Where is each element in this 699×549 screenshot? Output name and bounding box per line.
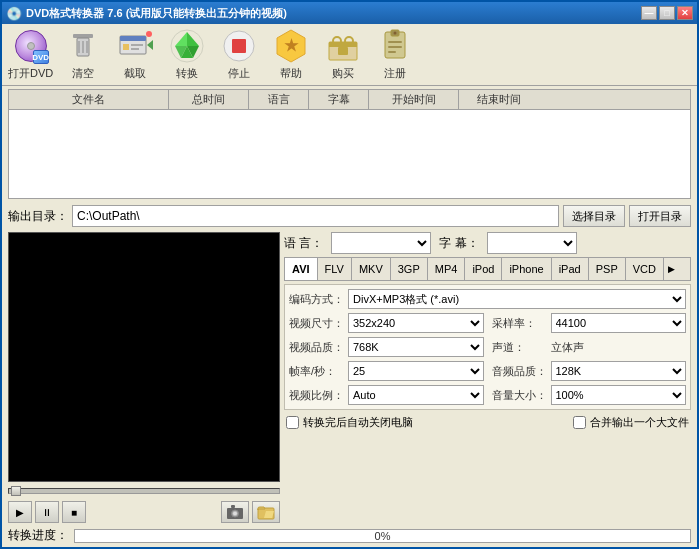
tab-flv[interactable]: FLV: [318, 258, 352, 280]
col-filename: 文件名: [9, 90, 169, 109]
main-window: 💿 DVD格式转换器 7.6 (试用版只能转换出五分钟的视频) — □ ✕ DV…: [0, 0, 699, 549]
svg-rect-31: [388, 46, 402, 48]
audio-quality-select[interactable]: 128K: [551, 361, 687, 381]
tab-psp[interactable]: PSP: [589, 258, 626, 280]
output-label: 输出目录：: [8, 208, 68, 225]
svg-rect-8: [123, 44, 129, 50]
stop-ctrl-button[interactable]: ■: [62, 501, 86, 523]
volume-label: 音量大小：: [492, 388, 547, 403]
fps-select[interactable]: 25: [348, 361, 484, 381]
svg-rect-30: [388, 41, 402, 43]
stop-button[interactable]: 停止: [217, 28, 261, 81]
quality-row: 视频品质： 768K: [289, 337, 484, 357]
svg-point-29: [394, 32, 397, 35]
aspect-label: 视频比例：: [289, 388, 344, 403]
codec-select[interactable]: DivX+MP3格式 (*.avi): [348, 289, 686, 309]
clip-label: 截取: [124, 66, 146, 81]
close-button[interactable]: ✕: [677, 6, 693, 20]
pause-icon: ⏸: [42, 507, 52, 518]
tab-avi[interactable]: AVI: [285, 258, 318, 280]
codec-row: 编码方式： DivX+MP3格式 (*.avi): [289, 289, 686, 309]
svg-rect-26: [338, 47, 348, 55]
video-preview: [8, 232, 280, 482]
convert-icon: [167, 28, 207, 64]
buy-label: 购买: [332, 66, 354, 81]
stop-ctrl-icon: ■: [71, 507, 77, 518]
help-icon: ★: [271, 28, 311, 64]
snapshot-button[interactable]: [221, 501, 249, 523]
subtitle-select[interactable]: [487, 232, 577, 254]
folder-icon: [257, 504, 275, 520]
resolution-label: 视频尺寸：: [289, 316, 344, 331]
svg-rect-19: [232, 39, 246, 53]
merge-label: 合并输出一个大文件: [590, 415, 689, 430]
lang-select[interactable]: [331, 232, 431, 254]
file-list-body[interactable]: [9, 110, 690, 198]
quality-select[interactable]: 768K: [348, 337, 484, 357]
output-path-input[interactable]: [72, 205, 559, 227]
tab-more-arrow[interactable]: ▶: [664, 258, 680, 280]
maximize-button[interactable]: □: [659, 6, 675, 20]
tab-ipad[interactable]: iPad: [552, 258, 589, 280]
register-label: 注册: [384, 66, 406, 81]
channel-row: 声道： 立体声: [492, 337, 687, 357]
select-dir-button[interactable]: 选择目录: [563, 205, 625, 227]
tab-mp4[interactable]: MP4: [428, 258, 466, 280]
auto-shutdown-checkbox[interactable]: [286, 416, 299, 429]
clear-icon: [63, 28, 103, 64]
play-icon: ▶: [16, 507, 24, 518]
resolution-select[interactable]: 352x240: [348, 313, 484, 333]
help-button[interactable]: ★ 帮助: [269, 28, 313, 81]
tab-iphone[interactable]: iPhone: [502, 258, 551, 280]
svg-rect-32: [388, 51, 396, 53]
video-panel: ▶ ⏸ ■: [8, 232, 280, 523]
progress-text: 0%: [75, 530, 690, 542]
camera-icon: [226, 504, 244, 520]
stop-label: 停止: [228, 66, 250, 81]
volume-select[interactable]: 100%: [551, 385, 687, 405]
buy-button[interactable]: 购买: [321, 28, 365, 81]
clip-button[interactable]: 截取: [113, 28, 157, 81]
dvd-icon: DVD: [11, 28, 51, 64]
clear-label: 清空: [72, 66, 94, 81]
toolbar: DVD 打开DVD 清空: [2, 24, 697, 86]
col-starttime: 开始时间: [369, 90, 459, 109]
buy-icon: [323, 28, 363, 64]
minimize-button[interactable]: —: [641, 6, 657, 20]
merge-checkbox[interactable]: [573, 416, 586, 429]
clip-icon: [115, 28, 155, 64]
clear-button[interactable]: 清空: [61, 28, 105, 81]
output-row: 输出目录： 选择目录 打开目录: [8, 205, 691, 227]
play-button[interactable]: ▶: [8, 501, 32, 523]
open-dvd-button[interactable]: DVD 打开DVD: [8, 28, 53, 81]
help-label: 帮助: [280, 66, 302, 81]
svg-text:★: ★: [284, 37, 299, 54]
audio-quality-label: 音频品质：: [492, 364, 547, 379]
seek-thumb: [11, 486, 21, 496]
tab-vcd[interactable]: VCD: [626, 258, 664, 280]
lang-label: 语 言：: [284, 235, 323, 252]
tab-mkv[interactable]: MKV: [352, 258, 391, 280]
fps-row: 帧率/秒： 25: [289, 361, 484, 381]
samplerate-select[interactable]: 44100: [551, 313, 687, 333]
register-icon: [375, 28, 415, 64]
col-duration: 总时间: [169, 90, 249, 109]
pause-button[interactable]: ⏸: [35, 501, 59, 523]
progress-label: 转换进度：: [8, 527, 68, 544]
tab-ipod[interactable]: iPod: [465, 258, 502, 280]
stop-icon: [219, 28, 259, 64]
channel-label: 声道：: [492, 340, 547, 355]
auto-shutdown-label: 转换完后自动关闭电脑: [303, 415, 413, 430]
open-dir-button[interactable]: 打开目录: [629, 205, 691, 227]
convert-button[interactable]: 转换: [165, 28, 209, 81]
register-button[interactable]: 注册: [373, 28, 417, 81]
open-dvd-label: 打开DVD: [8, 66, 53, 81]
aspect-select[interactable]: Auto: [348, 385, 484, 405]
channel-value: 立体声: [551, 340, 606, 355]
tab-3gp[interactable]: 3GP: [391, 258, 428, 280]
output-folder-button[interactable]: [252, 501, 280, 523]
settings-panel: 语 言： 字 幕： AVI FLV MKV 3GP MP4 iPod iPhon…: [284, 232, 691, 523]
resolution-row: 视频尺寸： 352x240: [289, 313, 484, 333]
seek-track[interactable]: [8, 488, 280, 494]
file-list-header: 文件名 总时间 语言 字幕 开始时间 结束时间: [9, 90, 690, 110]
